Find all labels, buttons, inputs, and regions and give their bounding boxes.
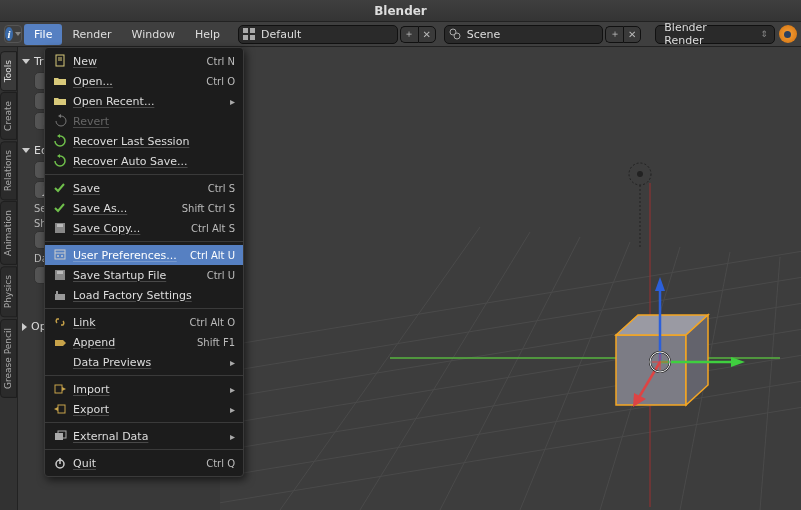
menu-item-label: Open Recent... [73,95,230,108]
menu-render[interactable]: Render [62,24,121,45]
svg-marker-40 [57,134,60,138]
svg-point-5 [454,33,460,39]
screen-layout-icon [239,27,259,41]
file-menu-save-startup[interactable]: Save Startup FileCtrl U [45,265,243,285]
svg-line-9 [220,375,801,485]
menu-separator [45,449,243,450]
caret-down-icon [22,148,30,153]
file-menu-revert: Revert [45,111,243,131]
submenu-arrow-icon: ▸ [230,357,235,368]
export-icon [51,401,69,417]
window-titlebar: Blender [0,0,801,22]
file-menu-save-copy[interactable]: Save Copy...Ctrl Alt S [45,218,243,238]
caret-down-icon [22,59,30,64]
menu-item-label: Data Previews [73,356,230,369]
file-menu-quit[interactable]: QuitCtrl Q [45,453,243,473]
scene-selector[interactable]: Scene [444,25,604,44]
svg-line-16 [520,242,630,510]
toolshelf-tab-relations[interactable]: Relations [0,141,17,200]
svg-rect-58 [55,433,63,440]
menu-file[interactable]: File [24,24,62,45]
svg-marker-39 [58,114,61,118]
menu-item-label: Recover Auto Save... [73,155,235,168]
menubar: FileRenderWindowHelp [24,24,230,45]
file-menu-data-previews[interactable]: Data Previews▸ [45,352,243,372]
svg-line-15 [440,237,580,510]
menu-item-label: Export [73,403,230,416]
file-menu-recover-auto[interactable]: Recover Auto Save... [45,151,243,171]
recover-icon [51,153,69,169]
svg-marker-24 [655,277,665,291]
toolshelf-tab-animation[interactable]: Animation [0,201,17,265]
menu-item-shortcut: Ctrl N [207,56,235,67]
menu-item-shortcut: Ctrl U [207,270,235,281]
render-engine-selector[interactable]: Blender Render ⇕ [655,25,775,44]
svg-marker-53 [63,340,66,346]
menu-item-label: Open... [73,75,206,88]
menu-item-label: Quit [73,457,206,470]
svg-point-46 [57,255,59,257]
layout-remove-button[interactable]: ✕ [418,26,436,43]
svg-line-8 [220,349,801,459]
file-menu-append[interactable]: AppendShift F1 [45,332,243,352]
menu-item-shortcut: Ctrl O [206,76,235,87]
svg-marker-41 [57,154,60,158]
svg-line-6 [220,297,801,407]
import-icon [51,381,69,397]
link-icon [51,314,69,330]
prefs-icon [51,247,69,263]
scene-add-button[interactable]: ＋ [605,26,623,43]
screen-layout-selector[interactable]: Default [238,25,398,44]
editor-type-selector[interactable]: i [4,25,22,43]
lamp-object [629,163,651,247]
screen-layout-label: Default [259,28,397,41]
menu-window[interactable]: Window [122,24,185,45]
render-engine-label: Blender Render [656,21,754,47]
3d-viewport[interactable] [220,47,801,510]
svg-rect-51 [56,291,58,294]
svg-marker-20 [616,335,686,405]
svg-rect-43 [57,224,63,227]
svg-point-47 [61,255,63,257]
svg-rect-56 [58,405,65,413]
svg-rect-50 [55,294,65,300]
menu-item-label: User Preferences... [73,249,190,262]
menu-item-label: Revert [73,115,235,128]
toolshelf-tab-grease-pencil[interactable]: Grease Pencil [0,319,17,398]
revert-icon [51,113,69,129]
power-icon [51,455,69,471]
menu-item-label: Save [73,182,208,195]
file-menu-user-prefs[interactable]: User Preferences...Ctrl Alt U [45,245,243,265]
svg-line-19 [760,257,780,510]
file-menu-save[interactable]: SaveCtrl S [45,178,243,198]
file-menu-dropdown: NewCtrl NOpen...Ctrl OOpen Recent...▸Rev… [44,47,244,477]
file-menu-import[interactable]: Import▸ [45,379,243,399]
svg-rect-44 [55,250,65,259]
svg-rect-2 [243,35,248,40]
file-menu-open[interactable]: Open...Ctrl O [45,71,243,91]
menu-item-label: Save Copy... [73,222,191,235]
file-menu-load-factory[interactable]: Load Factory Settings [45,285,243,305]
layout-add-button[interactable]: ＋ [400,26,418,43]
file-menu-open-recent[interactable]: Open Recent...▸ [45,91,243,111]
file-menu-export[interactable]: Export▸ [45,399,243,419]
toolshelf-tab-tools[interactable]: Tools [0,51,17,91]
file-menu-recover-last[interactable]: Recover Last Session [45,131,243,151]
file-menu-external-data[interactable]: External Data▸ [45,426,243,446]
check-icon [51,200,69,216]
folder-open-icon [51,73,69,89]
menu-help[interactable]: Help [185,24,230,45]
scene-remove-button[interactable]: ✕ [623,26,641,43]
main-header: i FileRenderWindowHelp Default ＋ ✕ Scene… [0,22,801,47]
default-cube [616,315,708,405]
menu-item-shortcut: Ctrl Alt O [189,317,235,328]
toolshelf-tab-physics[interactable]: Physics [0,266,17,317]
caret-right-icon [22,323,27,331]
menu-item-label: Link [73,316,189,329]
toolshelf-tab-create[interactable]: Create [0,92,17,140]
file-menu-link[interactable]: LinkCtrl Alt O [45,312,243,332]
menu-item-label: Import [73,383,230,396]
file-menu-new[interactable]: NewCtrl N [45,51,243,71]
file-menu-save-as[interactable]: Save As...Shift Ctrl S [45,198,243,218]
menu-item-shortcut: Ctrl S [208,183,235,194]
